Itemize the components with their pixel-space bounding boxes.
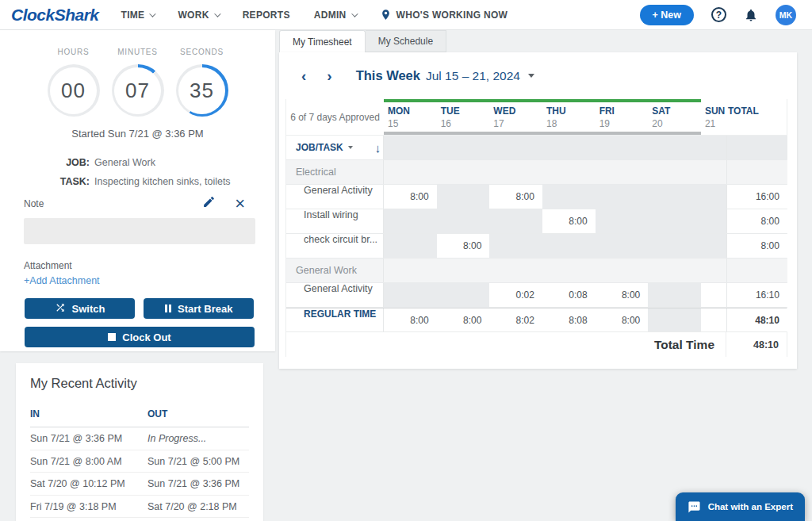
clock-out-button[interactable]: Clock Out: [25, 327, 255, 347]
task-row: check circuit br... 8:00 8:00: [286, 234, 787, 259]
timesheet-cell[interactable]: [384, 209, 437, 233]
day-header-fri[interactable]: FRI19: [596, 99, 649, 135]
timesheet-cell[interactable]: [437, 185, 490, 209]
task-row: General Activity 0:02 0:08 8:00 16:10: [286, 283, 787, 308]
chat-with-expert-button[interactable]: Chat with an Expert: [676, 492, 805, 521]
job-task-info: JOB: General Work TASK: Inspecting kitch…: [0, 157, 275, 187]
note-header: Note ×: [24, 195, 251, 212]
timer-seconds: SECONDS 35: [176, 48, 228, 117]
timesheet-cell[interactable]: [596, 185, 649, 209]
total-time-row: Total Time 48:10: [286, 332, 787, 357]
note-field[interactable]: [24, 218, 255, 244]
job-task-sort[interactable]: JOB/TASK ↓: [286, 136, 384, 159]
timesheet-cell[interactable]: [489, 209, 542, 233]
timesheet-cell[interactable]: 8:00: [437, 234, 490, 258]
notifications-bell-icon[interactable]: [744, 8, 758, 22]
attachment-label: Attachment: [24, 260, 251, 271]
timesheet-cell[interactable]: [648, 283, 701, 307]
timesheet-cell[interactable]: [596, 209, 649, 233]
chevron-down-icon: [150, 10, 156, 17]
nav-item-work[interactable]: WORK: [178, 10, 218, 21]
day-header-sat[interactable]: SAT20: [648, 99, 701, 135]
grid-header: 6 of 7 days Approved MON15 TUE16 WED17 T…: [286, 99, 787, 136]
switch-button[interactable]: Switch: [25, 298, 135, 319]
timesheet-cell[interactable]: [701, 209, 726, 233]
timesheet-tabs: My Timesheet My Schedule: [279, 30, 446, 52]
timesheet-cell[interactable]: [437, 209, 490, 233]
sort-caret-icon: [348, 146, 353, 149]
total-time-value: 48:10: [726, 332, 787, 357]
location-pin-icon: [380, 9, 392, 21]
day-header-sun[interactable]: SUN21: [701, 99, 726, 135]
timesheet-cell: [384, 136, 437, 159]
timesheet-cell[interactable]: 8:00: [596, 283, 649, 307]
total-time-label: Total Time: [286, 338, 726, 352]
edit-note-icon[interactable]: [202, 195, 216, 212]
timesheet-cell[interactable]: [596, 234, 649, 258]
task-line: TASK: Inspecting kitchen sinks, toilets: [0, 176, 275, 187]
start-break-button[interactable]: Start Break: [144, 298, 254, 319]
previous-week-icon[interactable]: ‹: [301, 70, 306, 82]
week-title: This Week: [356, 68, 420, 83]
timesheet-cell[interactable]: 8:00: [384, 185, 437, 209]
next-week-icon[interactable]: ›: [327, 70, 331, 82]
timesheet-cell[interactable]: 8:00: [489, 185, 542, 209]
add-attachment-link[interactable]: +Add Attachment: [24, 275, 100, 286]
nav-item-whos-working-now[interactable]: WHO'S WORKING NOW: [380, 9, 508, 21]
clockshark-logo[interactable]: ClockShark: [11, 6, 99, 25]
timesheet-cell[interactable]: [648, 234, 701, 258]
day-header-wed[interactable]: WED17: [489, 99, 542, 135]
task-row: General Activity 8:00 8:00 16:00: [286, 185, 787, 209]
timesheet-cell[interactable]: [701, 283, 726, 307]
task-row: Install wiring 8:00 8:00: [286, 209, 787, 234]
week-range[interactable]: Jul 15 – 21, 2024: [426, 69, 520, 83]
timesheet-cell[interactable]: [437, 283, 490, 307]
clear-note-icon[interactable]: ×: [235, 197, 245, 210]
week-dropdown-caret-icon[interactable]: [528, 74, 534, 78]
day-header-mon[interactable]: MON15: [384, 99, 437, 135]
job-group-row: General Work: [286, 259, 787, 283]
activity-row: Fri 7/19 @ 3:18 PMSat 7/20 @ 2:18 PM: [30, 496, 249, 519]
tab-my-timesheet[interactable]: My Timesheet: [279, 30, 366, 52]
regular-time-row: REGULAR TIME 8:00 8:00 8:02 8:08 8:00 48…: [286, 308, 787, 332]
activity-row: Sun 7/21 @ 8:00 AMSun 7/21 @ 5:00 PM: [30, 450, 249, 473]
row-total: 8:00: [726, 234, 787, 258]
tab-my-schedule[interactable]: My Schedule: [366, 30, 446, 52]
activity-row: Fri 7/19 @ 8:00 AMFri 7/19 @ 1:00 PM: [30, 518, 249, 521]
top-navigation: ClockShark TIME WORK REPORTS ADMIN WHO'S…: [0, 0, 812, 30]
timesheet-cell[interactable]: [648, 185, 701, 209]
nav-right-controls: + New ? MK: [640, 5, 801, 25]
timesheet-cell[interactable]: [701, 185, 726, 209]
timer-hours: HOURS 00: [48, 48, 100, 117]
timesheet-cell[interactable]: [384, 234, 437, 258]
timesheet-grid: 6 of 7 days Approved MON15 TUE16 WED17 T…: [285, 99, 787, 357]
user-avatar[interactable]: MK: [776, 5, 796, 25]
nav-menu: TIME WORK REPORTS ADMIN WHO'S WORKING NO…: [121, 9, 508, 21]
timesheet-cell[interactable]: [384, 283, 437, 307]
row-total: 8:00: [726, 209, 787, 233]
timesheet-cell[interactable]: 8:00: [542, 209, 596, 233]
approved-bar: [384, 99, 701, 102]
day-header-tue[interactable]: TUE16: [437, 99, 490, 135]
regular-time-total: 48:10: [726, 308, 787, 331]
row-total: 16:10: [726, 283, 787, 307]
clock-panel: HOURS 00 MINUTES 07 SECONDS 35 Started S…: [0, 30, 275, 351]
timesheet-cell[interactable]: [542, 185, 596, 209]
help-icon[interactable]: ?: [711, 7, 726, 22]
timesheet-cell[interactable]: 0:02: [489, 283, 542, 307]
timesheet-panel: ‹ › This Week Jul 15 – 21, 2024 6 of 7 d…: [279, 52, 797, 369]
nav-item-admin[interactable]: ADMIN: [314, 10, 356, 21]
activity-row: Sun 7/21 @ 3:36 PMIn Progress...: [30, 427, 249, 450]
new-button[interactable]: + New: [640, 5, 694, 25]
timesheet-cell[interactable]: [701, 234, 726, 258]
sort-direction-icon[interactable]: ↓: [375, 141, 381, 155]
chevron-down-icon: [214, 10, 220, 17]
stop-icon: [108, 333, 116, 341]
timesheet-cell[interactable]: [489, 234, 542, 258]
timesheet-cell[interactable]: [648, 209, 701, 233]
day-header-thu[interactable]: THU18: [542, 99, 596, 135]
timesheet-cell[interactable]: 0:08: [542, 283, 596, 307]
nav-item-reports[interactable]: REPORTS: [243, 10, 290, 21]
nav-item-time[interactable]: TIME: [121, 10, 155, 21]
timesheet-cell[interactable]: [542, 234, 596, 258]
